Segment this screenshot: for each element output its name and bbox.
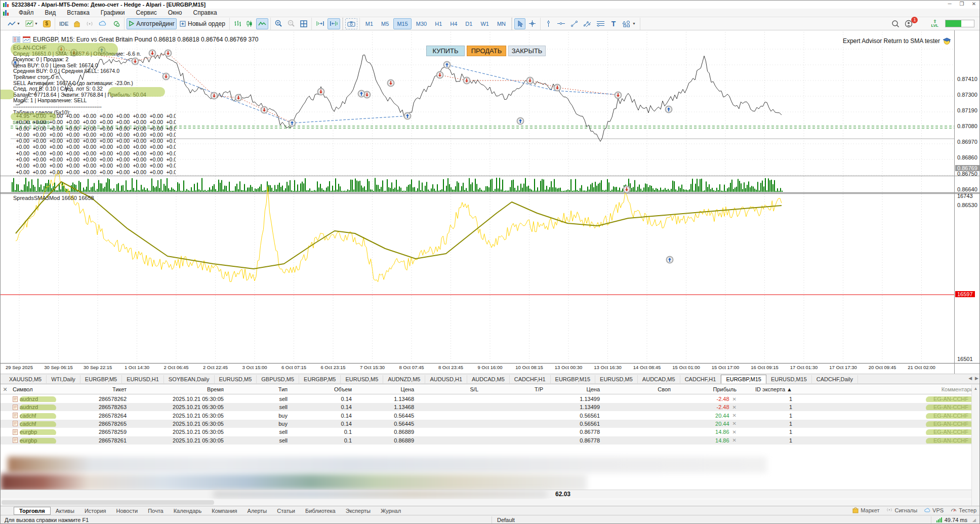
- cursor-tool-button[interactable]: [514, 18, 525, 29]
- table-row[interactable]: cadchf2865782652025.10.21 05:30:05buy0.1…: [1, 420, 971, 428]
- chart-tab-CADCHF,Daily[interactable]: CADCHF,Daily: [812, 375, 858, 383]
- tab-scroll-left-icon[interactable]: ◀: [968, 376, 972, 381]
- chart-tab-EURGBP,M5[interactable]: EURGBP,M5: [80, 375, 122, 383]
- price-chart[interactable]: [1, 30, 980, 374]
- panel-toggle-Маркет[interactable]: Маркет: [852, 507, 879, 513]
- shift-end-button[interactable]: [314, 18, 326, 29]
- tab-scroll-right-icon[interactable]: ▶: [975, 376, 978, 381]
- chart-window-icon[interactable]: [23, 36, 30, 43]
- timeframe-M15[interactable]: M15: [393, 18, 411, 29]
- column-header-Комментарий[interactable]: Комментарий: [795, 386, 979, 392]
- sell-button[interactable]: ПРОДАТЬ: [467, 46, 506, 56]
- market-bag-button[interactable]: [71, 18, 83, 29]
- column-header-Цена[interactable]: Цена: [546, 386, 603, 392]
- chart-tab-AUDCAD,M5[interactable]: AUDCAD,M5: [467, 375, 510, 383]
- table-row[interactable]: eurgbp2865782612025.10.21 05:30:05sell0.…: [1, 436, 971, 445]
- chart-tab-XAUUSD,M5[interactable]: XAUUSD,M5: [5, 375, 47, 383]
- shift-begin-button[interactable]: [328, 18, 340, 29]
- bottom-tab-Библиотека[interactable]: Библиотека: [300, 507, 341, 514]
- screenshot-button[interactable]: [345, 18, 357, 29]
- bottom-tab-История[interactable]: История: [79, 507, 111, 514]
- search-button[interactable]: [889, 18, 902, 29]
- column-header-Цена[interactable]: Цена: [355, 386, 417, 392]
- candle-chart-style-button[interactable]: [244, 18, 255, 29]
- column-header-Тип[interactable]: Тип: [227, 386, 291, 392]
- column-header-Символ[interactable]: Символ: [10, 386, 76, 392]
- chart-tab-AUDNZD,M5[interactable]: AUDNZD,M5: [383, 375, 425, 383]
- close-position-icon[interactable]: ✕: [732, 437, 737, 443]
- timeframe-M1[interactable]: M1: [362, 18, 377, 29]
- chart-tab-WTI,Daily[interactable]: WTI,Daily: [47, 375, 80, 383]
- timeframe-H1[interactable]: H1: [431, 18, 445, 29]
- zoom-out-button[interactable]: [285, 18, 297, 29]
- table-row[interactable]: eurgbp2865782592025.10.21 05:30:05sell0.…: [1, 428, 971, 436]
- community-button[interactable]: +: [110, 18, 122, 29]
- timeframe-M5[interactable]: M5: [378, 18, 392, 29]
- chart-tab-EURGBP,M5[interactable]: EURGBP,M5: [299, 375, 341, 383]
- column-header-Объем[interactable]: Объем: [291, 386, 355, 392]
- menu-item-Окно[interactable]: Окно: [162, 9, 188, 17]
- chart-tab-EURUSD,M5[interactable]: EURUSD,M5: [595, 375, 638, 383]
- chart-tab-EURUSD,M5[interactable]: EURUSD,M5: [215, 375, 257, 383]
- connection-status[interactable]: 49.74 ms: [931, 516, 972, 524]
- panel-toggle-Сигналы[interactable]: Сигналы: [886, 507, 917, 513]
- close-position-icon[interactable]: ✕: [732, 421, 737, 426]
- bottom-tab-Компания[interactable]: Компания: [207, 507, 242, 514]
- vertical-scrollbar[interactable]: ▲: [971, 385, 979, 506]
- panel-toggle-VPS[interactable]: VPS: [924, 507, 944, 513]
- ide-button[interactable]: IDE: [57, 18, 70, 29]
- vertical-line-tool[interactable]: [543, 18, 554, 29]
- timeframe-W1[interactable]: W1: [477, 18, 493, 29]
- chart-tab-AUDCAD,M5[interactable]: AUDCAD,M5: [638, 375, 680, 383]
- column-header-Время[interactable]: Время: [130, 386, 227, 392]
- timeframe-MN[interactable]: MN: [494, 18, 509, 29]
- close-button-chart[interactable]: ЗАКРЫТЬ: [508, 46, 546, 56]
- horizontal-scrollbar[interactable]: [1, 499, 971, 506]
- signals-button[interactable]: [84, 18, 96, 29]
- chart-tab-EURUSD,H1[interactable]: EURUSD,H1: [122, 375, 164, 383]
- crosshair-tool-button[interactable]: [526, 18, 538, 29]
- menu-item-Справка[interactable]: Справка: [188, 9, 223, 17]
- column-header-ID эксперта[interactable]: ID эксперта ▲: [740, 386, 795, 392]
- bottom-tab-Журнал[interactable]: Журнал: [376, 507, 406, 514]
- panel-toggle-Тестер[interactable]: Тестер: [951, 507, 976, 513]
- chart-tab-EURGBP,M15[interactable]: EURGBP,M15: [721, 375, 766, 384]
- new-order-button[interactable]: Новый ордер: [178, 18, 227, 29]
- chart-style-dropdown[interactable]: ▼: [6, 18, 22, 29]
- line-chart-style-button[interactable]: [256, 18, 268, 29]
- buy-button[interactable]: КУПИТЬ: [426, 46, 465, 56]
- indicators-dropdown[interactable]: ▼: [23, 18, 40, 29]
- bottom-tab-Почта[interactable]: Почта: [143, 507, 169, 514]
- tile-windows-button[interactable]: [298, 18, 309, 29]
- fibonacci-tool[interactable]: [594, 18, 607, 29]
- bottom-tab-Статьи[interactable]: Статьи: [272, 507, 300, 514]
- timeframe-H4[interactable]: H4: [446, 18, 461, 29]
- text-tool[interactable]: T: [608, 18, 619, 29]
- toolbox-close-button[interactable]: ✕: [1, 386, 10, 393]
- close-position-icon[interactable]: ✕: [732, 396, 737, 402]
- algo-trading-button[interactable]: Алготрейдинг: [127, 18, 177, 29]
- chart-tab-SOYBEAN,Daily[interactable]: SOYBEAN,Daily: [164, 375, 215, 383]
- close-position-icon[interactable]: ✕: [732, 429, 737, 435]
- column-header-T/P[interactable]: T/P: [481, 386, 546, 392]
- column-header-Тикет[interactable]: Тикет: [76, 386, 130, 392]
- close-position-icon[interactable]: ✕: [732, 405, 737, 410]
- column-header-Прибыль[interactable]: Прибыль: [674, 386, 740, 392]
- channel-tool[interactable]: [581, 18, 593, 29]
- close-position-icon[interactable]: ✕: [732, 413, 737, 418]
- level-indicator[interactable]: ⇧LVL: [929, 18, 941, 29]
- column-header-S/L[interactable]: S/L: [417, 386, 481, 392]
- chart-tab-AUDUSD,H1[interactable]: AUDUSD,H1: [425, 375, 467, 383]
- column-header-Своп[interactable]: Своп: [603, 386, 674, 392]
- bottom-tab-Алерты[interactable]: Алерты: [242, 507, 272, 514]
- resize-grip[interactable]: ◢: [972, 517, 979, 522]
- cloud-button[interactable]: [97, 18, 109, 29]
- table-row[interactable]: audnzd2865782622025.10.21 05:30:05sell0.…: [1, 395, 971, 403]
- chart-tab-CADCHF,H1[interactable]: CADCHF,H1: [510, 375, 551, 383]
- bottom-tab-Эксперты[interactable]: Эксперты: [341, 507, 376, 514]
- profile-selector[interactable]: Default: [492, 516, 537, 524]
- chart-area[interactable]: EURGBP, M15: Euro vs Great Britain Pound…: [1, 30, 980, 374]
- menu-item-Вставка[interactable]: Вставка: [61, 9, 95, 17]
- ea-smiley-icon[interactable]: [943, 37, 951, 45]
- bottom-tab-Календарь[interactable]: Календарь: [169, 507, 207, 514]
